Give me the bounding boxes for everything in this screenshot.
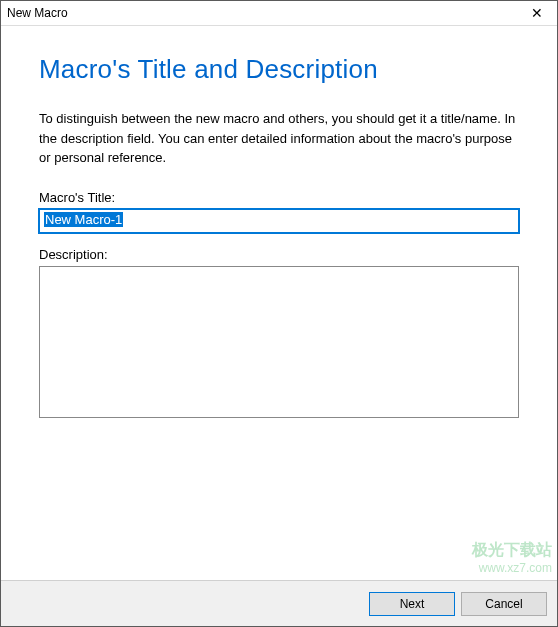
dialog-window: New Macro ✕ Macro's Title and Descriptio… — [0, 0, 558, 627]
next-button[interactable]: Next — [369, 592, 455, 616]
description-label: Description: — [39, 247, 519, 262]
macro-title-value: New Macro-1 — [44, 212, 123, 227]
titlebar: New Macro ✕ — [1, 1, 557, 26]
title-label: Macro's Title: — [39, 190, 519, 205]
button-bar: Next Cancel — [1, 580, 557, 626]
cancel-button[interactable]: Cancel — [461, 592, 547, 616]
description-textarea[interactable] — [39, 266, 519, 418]
close-button[interactable]: ✕ — [517, 1, 557, 26]
content-area: Macro's Title and Description To disting… — [1, 26, 557, 580]
page-heading: Macro's Title and Description — [39, 54, 519, 85]
instruction-text: To distinguish between the new macro and… — [39, 109, 519, 168]
spacer — [39, 418, 519, 581]
window-title: New Macro — [7, 6, 68, 20]
macro-title-input[interactable]: New Macro-1 — [39, 209, 519, 233]
close-icon: ✕ — [531, 5, 543, 21]
